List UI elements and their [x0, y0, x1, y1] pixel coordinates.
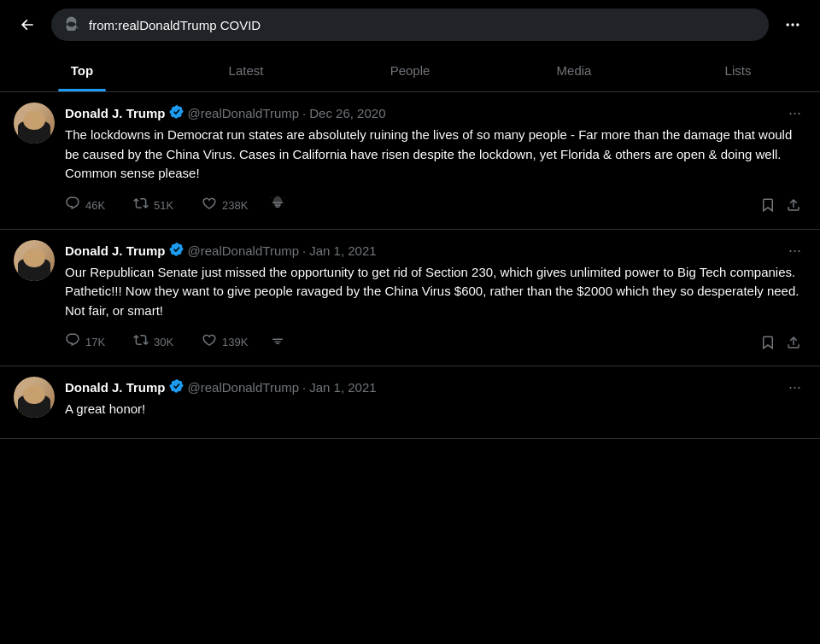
back-icon [19, 16, 36, 33]
reply-action[interactable]: 46K [65, 192, 133, 219]
tab-media[interactable]: Media [492, 50, 656, 91]
reply-count: 46K [85, 199, 105, 212]
tweet-header: Donald J. Trump @realDonaldTrump · Jan 1… [65, 240, 806, 261]
views-icon [270, 196, 285, 215]
retweet-action[interactable]: 30K [133, 329, 202, 355]
retweet-action[interactable]: 51K [133, 192, 202, 219]
avatar [14, 102, 55, 143]
tweet-more-button[interactable]: ··· [783, 102, 806, 124]
tweet-content: Donald J. Trump @realDonaldTrump · Dec 2… [65, 102, 806, 219]
svg-rect-8 [276, 343, 280, 344]
tweet-handle: @realDonaldTrump [188, 243, 300, 258]
search-bar[interactable]: from:realDonaldTrump COVID [51, 9, 769, 41]
tweet-more-button[interactable]: ··· [783, 240, 806, 261]
views-icon [270, 332, 285, 352]
tweet-handle: @realDonaldTrump [188, 380, 300, 395]
retweet-icon [133, 196, 149, 215]
share-action[interactable] [781, 331, 806, 354]
views-action[interactable] [270, 192, 338, 219]
svg-rect-3 [272, 202, 283, 203]
tweet-username: Donald J. Trump [65, 380, 166, 395]
like-action[interactable]: 139K [202, 329, 270, 355]
bookmark-icon [760, 335, 776, 350]
svg-rect-6 [272, 339, 283, 341]
reply-icon [65, 332, 80, 352]
tab-top[interactable]: Top [0, 50, 164, 91]
like-count: 238K [222, 199, 248, 212]
avatar [14, 377, 55, 418]
back-button[interactable] [14, 11, 41, 38]
tweet-date: Jan 1, 2021 [309, 243, 376, 258]
bookmark-action[interactable] [755, 194, 781, 216]
retweet-icon [133, 332, 149, 352]
tweet-3[interactable]: Donald J. Trump @realDonaldTrump · Jan 1… [0, 366, 820, 439]
verified-icon [169, 242, 184, 260]
tweet-more-button[interactable]: ··· [783, 377, 806, 398]
header: from:realDonaldTrump COVID [0, 0, 820, 50]
tweet-username: Donald J. Trump [65, 106, 166, 120]
tweet-actions: 46K 51K 238K [65, 192, 806, 219]
tweet-actions: 17K 30K 139K [65, 329, 806, 355]
retweet-count: 51K [154, 199, 173, 212]
tweet-header: Donald J. Trump @realDonaldTrump · Jan 1… [65, 377, 806, 398]
verified-icon [169, 378, 184, 396]
tweet-content: Donald J. Trump @realDonaldTrump · Jan 1… [65, 240, 806, 356]
tweet-text: A great honor! [65, 400, 806, 419]
tweet-1[interactable]: Donald J. Trump @realDonaldTrump · Dec 2… [0, 92, 820, 230]
svg-rect-5 [276, 206, 280, 207]
like-action[interactable]: 238K [202, 192, 270, 219]
more-options-button[interactable] [779, 11, 806, 38]
views-action[interactable] [270, 329, 338, 355]
reply-action[interactable]: 17K [65, 329, 133, 355]
avatar [14, 240, 55, 281]
like-icon [202, 196, 217, 215]
bookmark-icon [760, 197, 776, 213]
svg-rect-4 [274, 204, 281, 205]
like-count: 139K [222, 336, 248, 348]
tweet-date: Dec 26, 2020 [309, 106, 385, 120]
svg-point-1 [791, 23, 794, 26]
tweet-header: Donald J. Trump @realDonaldTrump · Dec 2… [65, 102, 806, 124]
tab-people[interactable]: People [328, 50, 492, 91]
tweet-2[interactable]: Donald J. Trump @realDonaldTrump · Jan 1… [0, 230, 820, 367]
tab-latest[interactable]: Latest [164, 50, 328, 91]
share-icon [786, 197, 801, 213]
tweet-content: Donald J. Trump @realDonaldTrump · Jan 1… [65, 377, 806, 428]
like-icon [202, 332, 217, 352]
tweet-text: The lockdowns in Democrat run states are… [65, 126, 806, 184]
reply-icon [65, 196, 80, 215]
more-icon [784, 16, 801, 33]
search-icon [65, 15, 80, 34]
search-tabs: Top Latest People Media Lists [0, 50, 820, 92]
tweet-username: Donald J. Trump [65, 243, 166, 258]
share-icon [786, 335, 801, 350]
svg-point-0 [787, 23, 789, 26]
share-action[interactable] [781, 194, 806, 216]
tweet-handle: @realDonaldTrump [188, 106, 300, 120]
svg-rect-7 [274, 342, 281, 342]
tweet-date: Jan 1, 2021 [309, 380, 376, 395]
reply-count: 17K [85, 336, 105, 348]
tweet-text: Our Republican Senate just missed the op… [65, 263, 806, 321]
tab-lists[interactable]: Lists [656, 50, 820, 91]
bookmark-action[interactable] [755, 331, 781, 354]
verified-icon [169, 104, 184, 122]
search-query-display: from:realDonaldTrump COVID [89, 18, 755, 32]
retweet-count: 30K [154, 336, 173, 348]
svg-point-2 [796, 23, 799, 26]
